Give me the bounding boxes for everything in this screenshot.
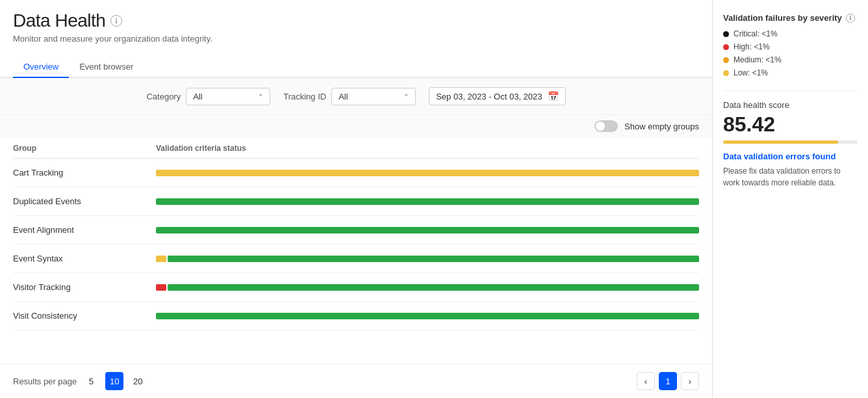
header: Data Health ℹ Monitor and measure your o… (0, 0, 712, 57)
severity-dot (723, 57, 729, 63)
severity-item-label: Medium: <1% (734, 55, 782, 64)
category-select[interactable]: All ⌃ (186, 88, 270, 105)
tab-overview[interactable]: Overview (13, 57, 69, 78)
severity-item-label: High: <1% (734, 42, 770, 51)
show-empty-row: Show empty groups (0, 115, 712, 137)
show-empty-label: Show empty groups (624, 122, 699, 131)
severity-title: Validation failures by severity ℹ (723, 13, 858, 23)
toggle-knob (596, 122, 605, 131)
table-row[interactable]: Visit Consistency (13, 302, 699, 330)
row-group-name: Visit Consistency (13, 311, 156, 321)
score-label: Data health score (723, 100, 858, 110)
severity-item-label: Low: <1% (734, 68, 768, 77)
tracking-id-label: Tracking ID (283, 92, 326, 101)
severity-item: Medium: <1% (723, 55, 858, 64)
next-page-button[interactable]: › (681, 372, 699, 390)
error-desc: Please fix data validation errors to wor… (723, 165, 858, 189)
page-nav: ‹ 1 › (637, 372, 699, 390)
severity-item-label: Critical: <1% (734, 29, 778, 38)
severity-title-text: Validation failures by severity (723, 13, 842, 23)
table-body: Cart TrackingDuplicated EventsEvent Alig… (13, 159, 699, 330)
row-bar-area (156, 283, 699, 292)
category-label: Category (146, 92, 181, 101)
row-group-name: Visitor Tracking (13, 282, 156, 292)
severity-list: Critical: <1%High: <1%Medium: <1%Low: <1… (723, 29, 858, 77)
row-bar-area (156, 168, 699, 178)
score-value: 85.42 (723, 113, 858, 137)
page-size-5[interactable]: 5 (82, 372, 100, 390)
table-row[interactable]: Event Alignment (13, 216, 699, 245)
severity-dot (723, 70, 729, 76)
date-range-picker[interactable]: Sep 03, 2023 - Oct 03, 2023 📅 (429, 87, 565, 105)
row-group-name: Duplicated Events (13, 196, 156, 206)
row-bar-area (156, 226, 699, 235)
filters-bar: Category All ⌃ Tracking ID All ⌃ Sep 03,… (0, 78, 712, 115)
table-row[interactable]: Visitor Tracking (13, 273, 699, 302)
page-size-10[interactable]: 10 (105, 372, 123, 390)
score-bar (723, 140, 858, 144)
table-header: Group Validation criteria status (13, 137, 699, 159)
category-value: All (193, 92, 202, 101)
divider (723, 90, 858, 91)
results-label: Results per page (13, 377, 77, 386)
tracking-id-select[interactable]: All ⌃ (331, 88, 416, 105)
info-icon[interactable]: ℹ (110, 15, 122, 27)
row-bar-area (156, 197, 699, 206)
col-header-group: Group (13, 144, 156, 153)
severity-info-icon[interactable]: ℹ (846, 14, 855, 23)
calendar-icon: 📅 (548, 91, 559, 101)
tab-event-browser[interactable]: Event browser (69, 57, 144, 78)
severity-dot (723, 31, 729, 37)
severity-item: Critical: <1% (723, 29, 858, 38)
category-filter-group: Category All ⌃ (146, 88, 270, 105)
right-sidebar: Validation failures by severity ℹ Critic… (712, 0, 868, 398)
show-empty-toggle[interactable] (594, 120, 618, 132)
category-chevron-icon: ⌃ (258, 93, 263, 100)
row-group-name: Event Syntax (13, 254, 156, 263)
score-bar-fill (723, 140, 838, 144)
date-range-value: Sep 03, 2023 - Oct 03, 2023 (436, 92, 542, 101)
page-title: Data Health (13, 10, 105, 31)
table-area: Group Validation criteria status Cart Tr… (0, 137, 712, 364)
row-group-name: Event Alignment (13, 225, 156, 235)
table-row[interactable]: Duplicated Events (13, 187, 699, 216)
row-group-name: Cart Tracking (13, 168, 156, 178)
severity-item: High: <1% (723, 42, 858, 51)
prev-page-button[interactable]: ‹ (637, 372, 655, 390)
row-bar-area (156, 312, 699, 321)
tracking-id-chevron-icon: ⌃ (403, 93, 409, 100)
tracking-id-filter-group: Tracking ID All ⌃ (283, 88, 416, 105)
page-subtitle: Monitor and measure your organization da… (13, 34, 699, 44)
page-size-20[interactable]: 20 (129, 372, 147, 390)
table-row[interactable]: Cart Tracking (13, 159, 699, 187)
severity-dot (723, 44, 729, 50)
tabs-bar: Overview Event browser (0, 57, 712, 78)
page-1-button[interactable]: 1 (659, 372, 677, 390)
results-per-page: Results per page 5 10 20 (13, 372, 147, 390)
tracking-id-value: All (338, 92, 348, 101)
severity-item: Low: <1% (723, 68, 858, 77)
pagination-bar: Results per page 5 10 20 ‹ 1 › (0, 364, 712, 398)
row-bar-area (156, 254, 699, 263)
table-row[interactable]: Event Syntax (13, 245, 699, 273)
col-header-status: Validation criteria status (156, 144, 699, 153)
error-found-label: Data validation errors found (723, 152, 858, 161)
